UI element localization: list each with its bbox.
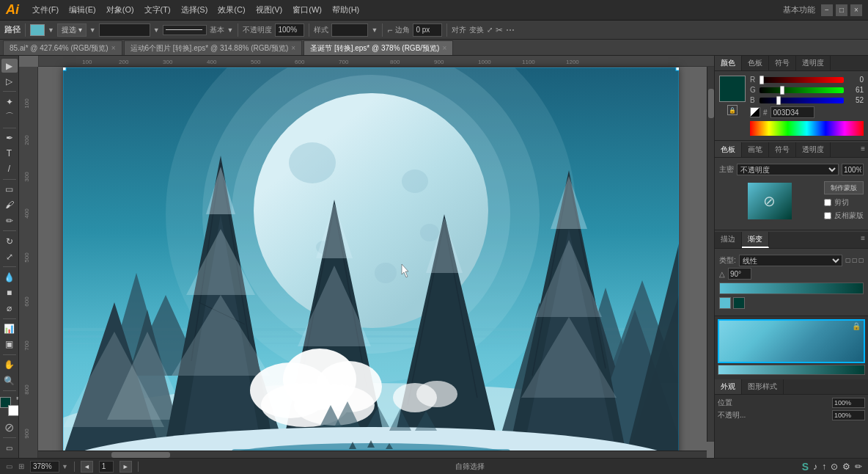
scrollbar-vertical[interactable] [707,67,714,442]
artboard[interactable] [63,68,679,458]
scrollbar-thumb-v[interactable] [708,89,714,118]
minimize-button[interactable]: − [821,4,833,16]
menu-file[interactable]: 文件(F) [28,3,63,17]
next-page-btn[interactable]: ► [119,461,132,473]
hex-input[interactable]: 003D34 [770,106,814,118]
menu-type[interactable]: 文字(T) [140,3,175,17]
b-track[interactable] [760,98,844,103]
active-gradient-swatch[interactable]: 🔒 [718,319,865,363]
menu-object[interactable]: 对象(O) [102,3,139,17]
menu-view[interactable]: 视图(V) [251,3,287,17]
opacity-input2[interactable] [832,410,865,420]
gradient-swatch-1[interactable] [719,297,731,309]
column-graph-tool[interactable]: 📊 [1,322,18,336]
screen-modes[interactable]: ▭ [1,441,18,455]
divider3 [309,23,309,37]
transparency-tab[interactable]: 透明度 [796,56,831,70]
graphic-styles-tab[interactable]: 图形样式 [742,379,784,394]
menu-window[interactable]: 窗口(W) [288,3,326,17]
mask-thumbnail[interactable]: ⊘ [748,183,792,219]
style-input[interactable] [331,23,368,37]
panels-tab2[interactable]: 画笔 [742,142,769,157]
tab-3[interactable]: 圣诞节 [转换].eps* @ 378% (RGB/预览) × [304,40,453,55]
zoom-tool[interactable]: 🔍 [1,373,18,387]
eyedropper-tool[interactable]: 💧 [1,270,18,284]
page-input[interactable] [99,461,114,473]
opacity-pct-input[interactable] [842,164,864,175]
gradient-tab2[interactable]: 渐变 [742,232,769,248]
tab-1-close[interactable]: × [111,44,116,52]
stroke-tab[interactable]: 描边 [715,232,742,248]
pencil-tool[interactable]: ✏ [1,214,18,227]
zoom-input[interactable]: 378% [30,461,59,473]
tab-1[interactable]: 85.ai* @ 427.64% (RGB/预览) × [3,40,122,55]
maximize-button[interactable]: □ [836,4,847,16]
background-color[interactable] [8,405,19,416]
artboard-tool[interactable]: ▣ [1,338,18,351]
current-color-swatch[interactable] [719,76,746,102]
magic-wand-tool[interactable]: ✦ [1,95,18,109]
swatches-tab[interactable]: 色板 [742,56,769,70]
menu-help[interactable]: 帮助(H) [328,3,364,17]
lock-icon[interactable]: 🔒 [727,105,738,115]
appearance-tab[interactable]: 色板 [715,142,742,157]
g-track[interactable] [760,87,844,93]
rotate-tool[interactable]: ↻ [1,234,18,248]
make-mask-btn[interactable]: 制作蒙版 [824,181,864,194]
tab-2-close[interactable]: × [291,44,295,52]
close-button[interactable]: × [850,4,862,16]
pen-tool[interactable]: ✒ [1,131,18,145]
direct-selection-tool[interactable]: ▷ [1,74,18,88]
gradient-swatch-2[interactable] [733,297,745,309]
gradient-strip[interactable] [718,365,865,375]
menu-edit[interactable]: 编辑(E) [65,3,100,17]
b-thumb[interactable] [776,96,781,105]
corner-input[interactable]: 0 px [413,23,442,37]
clip-checkbox[interactable] [824,199,831,206]
gradient-type-select[interactable]: 线性 径向 [739,255,842,266]
select-mode-btn[interactable]: 提选 ▾ [57,23,87,37]
gradient-angle-input[interactable] [728,268,751,280]
appearance-sub-tab[interactable]: 外观 [715,379,742,394]
tab-3-close[interactable]: × [442,44,446,52]
scrollbar-thumb-h[interactable] [111,452,170,458]
color-tab[interactable]: 颜色 [715,56,742,70]
blend-tool[interactable]: ⌀ [1,302,18,316]
canvas-container[interactable] [63,68,707,451]
opacity-input[interactable]: 100% [275,23,304,37]
scale-tool[interactable]: ⤢ [1,249,18,263]
menu-effect[interactable]: 效果(C) [213,3,249,17]
position-input[interactable] [832,398,865,408]
blending-mode-select[interactable]: 不透明度 [737,164,839,175]
none-color[interactable]: ⊘ [1,420,18,434]
selection-tool[interactable]: ▶ [1,59,18,73]
tab-1-label: 85.ai* @ 427.64% (RGB/预览) [10,43,108,54]
color-spectrum[interactable] [750,121,864,136]
rect-tool[interactable]: ▭ [1,183,18,197]
gradient-tool[interactable]: ■ [1,285,18,299]
page-indicator: ⊞ [18,462,24,470]
opacity-row2: 不透明... [718,410,865,420]
stroke-weight-input[interactable] [99,23,150,37]
scrollbar-horizontal[interactable] [38,451,707,458]
symbols-tab[interactable]: 符号 [769,56,796,70]
menu-select[interactable]: 选择(S) [177,3,213,17]
invert-checkbox[interactable] [824,212,831,219]
panels-tab3[interactable]: 符号 [769,142,796,157]
gradient-panel-menu[interactable]: ≡ [858,232,868,248]
line-tool[interactable]: / [1,162,18,176]
gradient-bar[interactable] [719,282,864,294]
r-thumb[interactable] [760,76,764,84]
hand-tool[interactable]: ✋ [1,358,18,372]
tab-2[interactable]: 运动6个图片 [转换].eps* @ 314.88% (RGB/预览) × [124,40,303,55]
stroke-color-swatch[interactable] [30,24,45,36]
paintbrush-tool[interactable]: 🖌 [1,198,18,212]
transparency-tab2[interactable]: 透明度 [796,142,831,157]
canvas-area[interactable]: 100 200 300 400 500 600 700 800 900 1000… [19,56,714,458]
g-thumb[interactable] [780,86,784,95]
prev-page-btn[interactable]: ◄ [81,461,93,473]
type-tool[interactable]: T [1,147,18,161]
lasso-tool[interactable]: ⌒ [1,110,18,124]
panel-menu-btn[interactable]: ≡ [858,142,868,157]
r-track[interactable] [760,77,844,83]
